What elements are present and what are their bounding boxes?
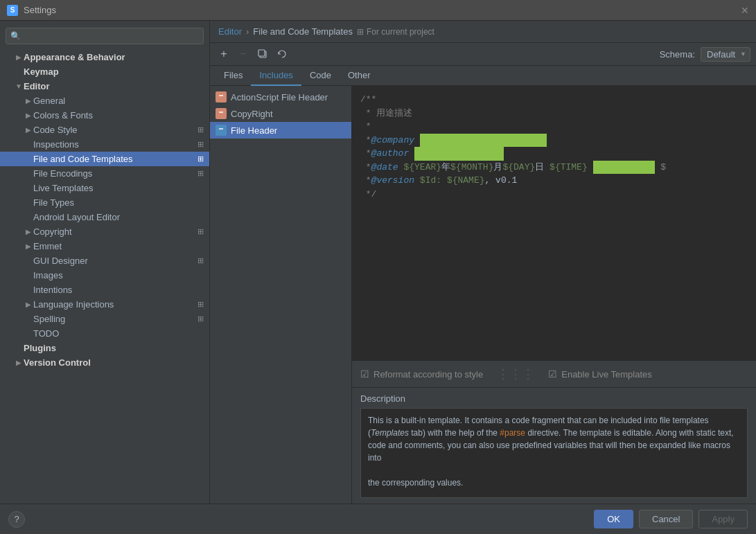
sidebar-item-file-templates[interactable]: File and Code Templates ⊞ [0, 152, 209, 166]
template-icon [216, 108, 227, 119]
sidebar-item-inspections[interactable]: Inspections ⊞ [0, 137, 209, 152]
sidebar-item-images[interactable]: Images [0, 268, 209, 283]
sidebar-item-gui-designer[interactable]: GUI Designer ⊞ [0, 253, 209, 268]
search-icon: 🔍 [10, 31, 21, 41]
sidebar-item-label: General [33, 96, 204, 106]
sidebar-item-plugins[interactable]: Plugins [0, 341, 209, 355]
remove-template-button[interactable]: − [235, 46, 252, 62]
sidebar-item-label: GUI Designer [33, 256, 195, 266]
sidebar-item-label: Plugins [24, 343, 204, 353]
tab-files[interactable]: Files [216, 66, 251, 86]
sidebar-item-label: Language Injections [33, 299, 195, 310]
reformat-option[interactable]: ☑ Reformat according to style [360, 368, 483, 380]
bottom-bar: ? OK Cancel Apply [0, 504, 756, 534]
copy-template-button[interactable] [254, 46, 271, 62]
arrow-icon [24, 242, 33, 250]
right-panel: Editor › File and Code Templates ⊞ For c… [210, 21, 756, 504]
scope-text: For current project [367, 27, 434, 37]
sidebar-item-copyright[interactable]: Copyright ⊞ [0, 224, 209, 239]
scope-icon: ⊞ [357, 27, 364, 37]
template-item-file-header[interactable]: File Header [210, 122, 351, 139]
scope-badge: ⊞ [197, 154, 204, 163]
tab-includes[interactable]: Includes [251, 66, 301, 86]
template-name: CopyRight [231, 109, 273, 119]
main-content: 🔍 Appearance & Behavior Keymap Editor Ge… [0, 21, 756, 504]
live-templates-option[interactable]: ☑ Enable Live Templates [548, 368, 652, 380]
code-line: * @date ${YEAR} 年 ${MONTH} 月 ${DAY} 日 ${… [360, 161, 748, 175]
sidebar-item-general[interactable]: General [0, 94, 209, 108]
sidebar-item-live-templates[interactable]: Live Templates [0, 181, 209, 195]
scope-badge: ⊞ [197, 300, 204, 309]
apply-button[interactable]: Apply [698, 510, 748, 528]
svg-rect-4 [218, 127, 225, 134]
toolbar: + − Schema: Default [210, 43, 756, 66]
arrow-icon [14, 82, 24, 90]
code-line: */ [360, 188, 748, 202]
content-area: ActionScript File Header CopyRight File … [210, 86, 756, 504]
sidebar-item-spelling[interactable]: Spelling ⊞ [0, 312, 209, 326]
tabs-row: Files Includes Code Other [210, 66, 756, 86]
description-title: Description [360, 393, 748, 404]
sidebar-item-appearance[interactable]: Appearance & Behavior [0, 50, 209, 64]
sidebar-item-intentions[interactable]: Intentions [0, 283, 209, 297]
sidebar-item-label: Colors & Fonts [33, 110, 204, 121]
sidebar-item-label: File and Code Templates [33, 154, 195, 164]
code-line: * @version $Id: ${NAME} , v0.1 [360, 174, 748, 188]
arrow-icon [24, 228, 33, 235]
sidebar-item-label: Intentions [33, 285, 204, 295]
sidebar-item-label: File Encodings [33, 168, 195, 179]
live-templates-label: Enable Live Templates [561, 369, 652, 380]
sidebar-item-editor[interactable]: Editor [0, 79, 209, 94]
description-area: Description This is a built-in template.… [352, 387, 756, 504]
close-button[interactable]: ✕ [741, 5, 749, 16]
sidebar-item-keymap[interactable]: Keymap [0, 64, 209, 79]
code-line: * [360, 120, 748, 134]
sidebar-item-code-style[interactable]: Code Style ⊞ [0, 123, 209, 137]
tab-other[interactable]: Other [340, 66, 379, 86]
arrow-icon [24, 112, 33, 119]
sidebar-item-file-encodings[interactable]: File Encodings ⊞ [0, 166, 209, 181]
sidebar-item-emmet[interactable]: Emmet [0, 239, 209, 253]
sidebar-item-label: Code Style [33, 125, 195, 135]
schema-label: Schema: [660, 49, 695, 60]
titlebar: S Settings ✕ [0, 0, 756, 21]
sidebar-item-file-types[interactable]: File Types [0, 195, 209, 210]
editor-panel: /** * 用途描述 * * @company [352, 86, 756, 504]
sidebar-item-label: Version Control [24, 357, 204, 368]
code-line: * @author [360, 147, 748, 161]
template-item-actionscript[interactable]: ActionScript File Header [210, 89, 351, 105]
sidebar-item-label: TODO [33, 328, 204, 339]
add-template-button[interactable]: + [216, 46, 232, 62]
arrow-icon [24, 126, 33, 134]
drag-handle: ⋮⋮⋮ [497, 366, 534, 382]
breadcrumb-parent[interactable]: Editor [218, 26, 242, 37]
ok-button[interactable]: OK [594, 510, 633, 528]
search-input[interactable] [25, 31, 199, 41]
sidebar-item-todo[interactable]: TODO [0, 326, 209, 341]
template-item-copyright[interactable]: CopyRight [210, 105, 351, 122]
sidebar-item-colors-fonts[interactable]: Colors & Fonts [0, 108, 209, 123]
sidebar-item-version-control[interactable]: Version Control [0, 355, 209, 370]
arrow-icon [24, 97, 33, 105]
cancel-button[interactable]: Cancel [639, 510, 693, 528]
sidebar-item-label: Keymap [24, 66, 204, 77]
sidebar-item-label: Android Layout Editor [33, 212, 204, 222]
sidebar-item-label: Live Templates [33, 183, 204, 193]
description-box[interactable]: This is a built-in template. It contains… [360, 408, 748, 498]
code-line: * @company [360, 134, 748, 148]
schema-select[interactable]: Default [701, 47, 750, 62]
template-list: ActionScript File Header CopyRight File … [210, 86, 352, 504]
code-editor[interactable]: /** * 用途描述 * * @company [352, 86, 756, 360]
reset-template-button[interactable] [274, 46, 290, 62]
help-button[interactable]: ? [8, 511, 25, 528]
sidebar-item-label: Images [33, 270, 204, 281]
sidebar-item-label: File Types [33, 197, 204, 208]
reformat-label: Reformat according to style [373, 369, 483, 380]
tab-code[interactable]: Code [301, 66, 340, 86]
sidebar: 🔍 Appearance & Behavior Keymap Editor Ge… [0, 21, 210, 504]
code-line: /** [360, 93, 748, 107]
sidebar-item-language-injections[interactable]: Language Injections ⊞ [0, 297, 209, 312]
svg-rect-3 [218, 110, 225, 117]
search-box[interactable]: 🔍 [6, 28, 204, 44]
sidebar-item-android-layout[interactable]: Android Layout Editor [0, 210, 209, 224]
